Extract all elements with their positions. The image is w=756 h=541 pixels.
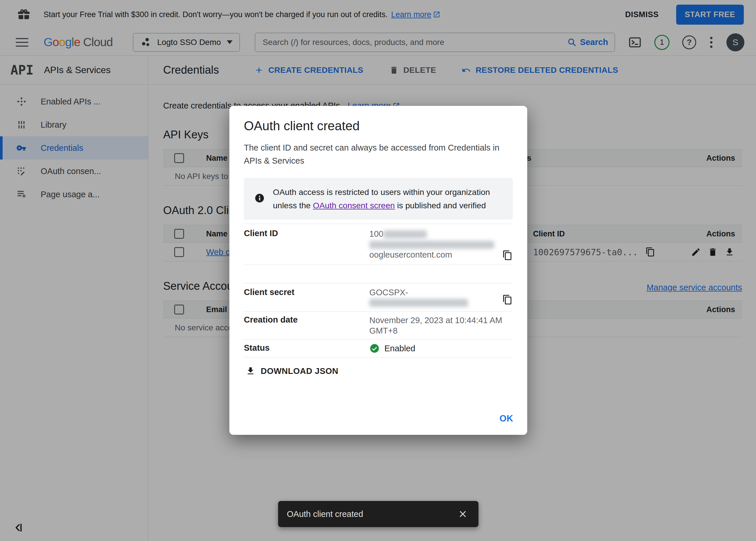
client-id-value: 100 oogleusercontent.com: [369, 229, 513, 260]
client-secret-value: GOCSPX-: [369, 287, 513, 307]
creation-date-value: November 29, 2023 at 10:44:41 AM GMT+8: [369, 315, 506, 336]
redacted-client-id: [383, 230, 427, 239]
ok-button[interactable]: OK: [500, 413, 514, 424]
check-circle-icon: [369, 343, 380, 353]
toast-snackbar: OAuth client created: [278, 501, 478, 527]
info-icon: [254, 193, 265, 203]
copy-icon[interactable]: [502, 250, 513, 261]
download-json-button[interactable]: DOWNLOAD JSON: [244, 364, 340, 378]
redacted-client-secret: [369, 299, 468, 307]
restricted-access-notice: OAuth access is restricted to users with…: [244, 178, 513, 220]
client-secret-row: Client secret GOCSPX-: [244, 283, 513, 311]
status-row: Status Enabled: [244, 339, 513, 357]
oauth-consent-screen-link[interactable]: OAuth consent screen: [313, 201, 395, 210]
row-divider-gap: [244, 265, 513, 283]
client-id-row: Client ID 100 oogleusercontent.com: [244, 224, 513, 265]
status-value: Enabled: [369, 343, 513, 353]
download-icon: [246, 366, 255, 376]
creation-date-row: Creation date November 29, 2023 at 10:44…: [244, 311, 513, 339]
dialog-title: OAuth client created: [244, 119, 513, 133]
oauth-client-created-dialog: OAuth client created The client ID and s…: [229, 106, 527, 435]
close-icon[interactable]: [456, 507, 470, 521]
copy-icon[interactable]: [502, 294, 513, 305]
redacted-client-id: [369, 241, 494, 249]
dialog-subtitle: The client ID and secret can always be a…: [244, 141, 505, 167]
toast-message: OAuth client created: [287, 509, 363, 519]
